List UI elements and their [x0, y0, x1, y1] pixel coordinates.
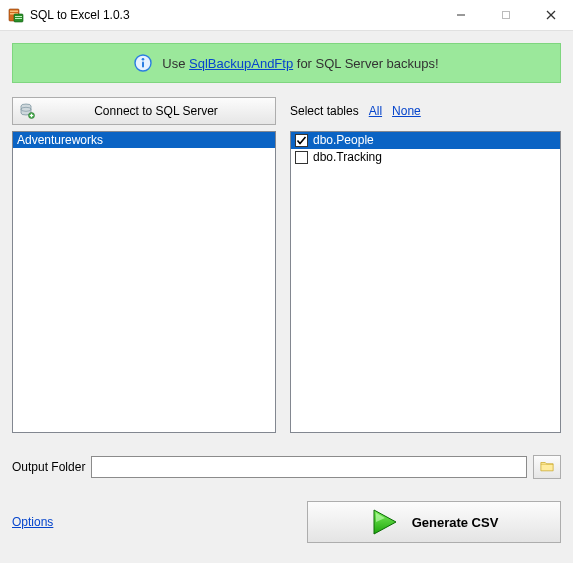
output-folder-label: Output Folder — [12, 460, 85, 474]
table-name: dbo.Tracking — [313, 149, 382, 166]
table-row[interactable]: dbo.Tracking — [291, 149, 560, 166]
play-icon — [370, 508, 398, 536]
browse-folder-button[interactable] — [533, 455, 561, 479]
svg-rect-5 — [15, 18, 22, 19]
tables-column: Select tables All None dbo.Peopledbo.Tra… — [290, 97, 561, 433]
client-area: Use SqlBackupAndFtp for SQL Server backu… — [0, 30, 573, 563]
connect-button-label: Connect to SQL Server — [43, 104, 269, 118]
svg-rect-12 — [142, 62, 144, 68]
connect-sql-button[interactable]: Connect to SQL Server — [12, 97, 276, 125]
info-icon — [134, 54, 152, 72]
banner-link[interactable]: SqlBackupAndFtp — [189, 56, 293, 71]
databases-column: Connect to SQL Server Adventureworks — [12, 97, 276, 433]
banner-prefix: Use — [162, 56, 189, 71]
window-title: SQL to Excel 1.0.3 — [30, 8, 438, 22]
options-link[interactable]: Options — [12, 515, 53, 529]
close-button[interactable] — [528, 0, 573, 30]
main-columns: Connect to SQL Server Adventureworks Sel… — [12, 97, 561, 433]
select-none-link[interactable]: None — [392, 104, 421, 118]
banner-text: Use SqlBackupAndFtp for SQL Server backu… — [162, 56, 438, 71]
bottom-row: Options Generate CSV — [12, 501, 561, 543]
banner-suffix: for SQL Server backups! — [293, 56, 438, 71]
svg-point-11 — [142, 58, 145, 61]
tables-label: Select tables — [290, 104, 359, 118]
generate-button-label: Generate CSV — [412, 515, 499, 530]
minimize-button[interactable] — [438, 0, 483, 30]
maximize-button[interactable] — [483, 0, 528, 30]
svg-rect-7 — [502, 12, 509, 19]
folder-icon — [539, 459, 555, 476]
generate-csv-button[interactable]: Generate CSV — [307, 501, 561, 543]
window-buttons — [438, 0, 573, 30]
database-row[interactable]: Adventureworks — [13, 132, 275, 148]
svg-rect-4 — [15, 16, 22, 17]
database-list[interactable]: Adventureworks — [12, 131, 276, 433]
svg-rect-1 — [10, 11, 18, 13]
tables-checklist[interactable]: dbo.Peopledbo.Tracking — [290, 131, 561, 433]
select-all-link[interactable]: All — [369, 104, 382, 118]
promo-banner: Use SqlBackupAndFtp for SQL Server backu… — [12, 43, 561, 83]
database-add-icon — [19, 103, 35, 119]
table-checkbox[interactable] — [295, 134, 308, 147]
tables-header: Select tables All None — [290, 97, 561, 125]
table-row[interactable]: dbo.People — [291, 132, 560, 149]
output-folder-row: Output Folder — [12, 455, 561, 479]
table-name: dbo.People — [313, 132, 374, 149]
svg-marker-18 — [374, 510, 396, 534]
output-folder-input[interactable] — [91, 456, 527, 478]
titlebar: SQL to Excel 1.0.3 — [0, 0, 573, 30]
app-icon — [8, 7, 24, 23]
table-checkbox[interactable] — [295, 151, 308, 164]
